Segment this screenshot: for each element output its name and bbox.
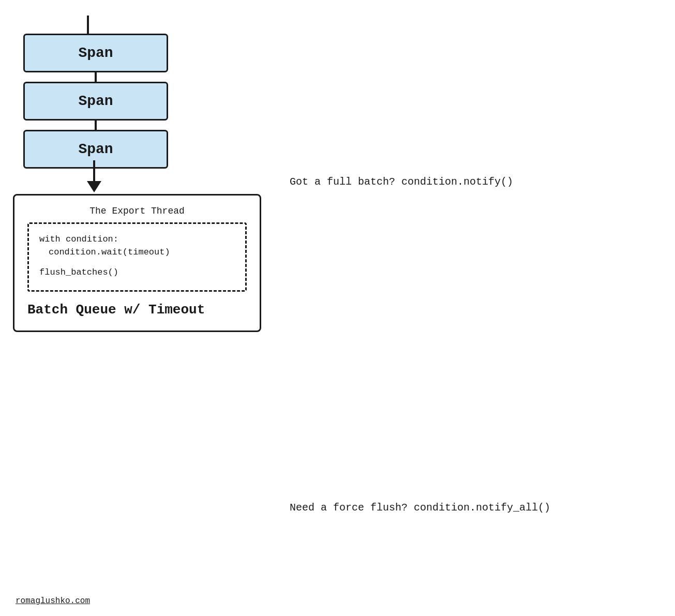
top-connector-line bbox=[87, 16, 89, 34]
span-connector-1-2 bbox=[95, 72, 97, 82]
annotation-force-flush: Need a force flush? condition.notify_all… bbox=[290, 502, 550, 514]
batch-queue-footer-label: Batch Queue w/ Timeout bbox=[27, 302, 247, 318]
span-label-1: Span bbox=[78, 45, 113, 61]
condition-wait-label: condition.wait(timeout) bbox=[49, 247, 235, 257]
arrow-line bbox=[93, 160, 95, 181]
span-connector-2-3 bbox=[95, 121, 97, 130]
span-box-1: Span bbox=[23, 34, 168, 72]
span-label-2: Span bbox=[78, 93, 113, 109]
batch-queue-container: The Export Thread with condition: condit… bbox=[13, 194, 261, 332]
dashed-inner-box: with condition: condition.wait(timeout) … bbox=[27, 222, 247, 292]
annotation-got-full-batch: Got a full batch? condition.notify() bbox=[290, 176, 513, 188]
span-label-3: Span bbox=[78, 141, 113, 157]
footer-link[interactable]: romaglushko.com bbox=[16, 596, 90, 606]
with-condition-label: with condition: bbox=[39, 234, 235, 244]
export-thread-label: The Export Thread bbox=[27, 206, 247, 216]
span-box-2: Span bbox=[23, 82, 168, 121]
arrow-head bbox=[87, 181, 101, 192]
flush-batches-label: flush_batches() bbox=[39, 267, 235, 277]
